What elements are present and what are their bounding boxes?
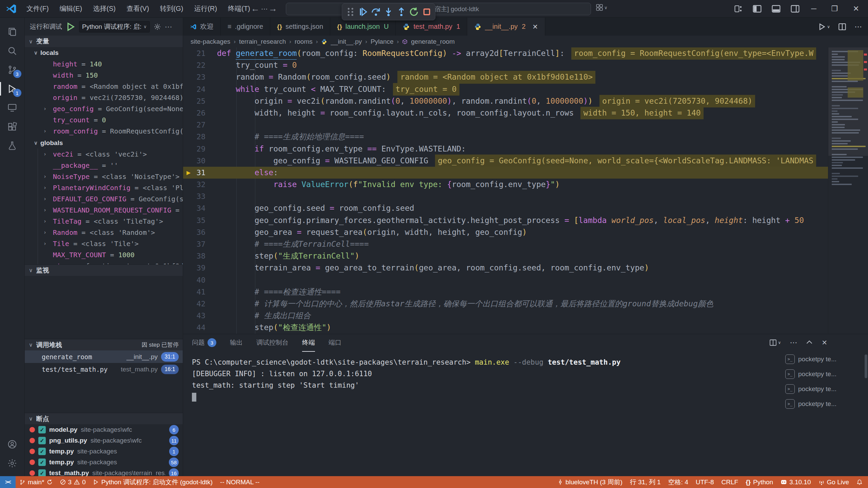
panel-scrollbar[interactable] — [865, 354, 867, 378]
tab-settings-json[interactable]: {} settings.json — [270, 18, 330, 36]
close-panel-icon[interactable]: ✕ — [822, 339, 827, 347]
source-control-icon[interactable]: 3 — [0, 60, 25, 79]
code-line-35[interactable]: 35 geo_config.primary_forces.geothermal_… — [183, 215, 868, 226]
code-line-28[interactable]: 28 # ====生成初始地理信息==== — [183, 131, 868, 143]
git-branch-item[interactable]: main* — [16, 476, 56, 488]
line-number[interactable]: 40 — [183, 274, 217, 286]
code-line-24[interactable]: 24 while try_count < MAX_TRY_COUNT:try_c… — [183, 83, 868, 95]
line-number[interactable]: 42 — [183, 298, 217, 310]
code-line-23[interactable]: 23 random = Random(room_config.seed)rand… — [183, 71, 868, 83]
code-line-31[interactable]: ▶31 else: — [183, 167, 868, 179]
sidebar-more-icon[interactable]: ··· — [165, 22, 172, 31]
variable-row[interactable]: ›DEFAULT_GEO_CONFIG = GeoConfig(seed=1… — [25, 193, 183, 204]
line-number[interactable]: 44 — [183, 322, 217, 333]
callstack-frame[interactable]: generate_room__init__.py31:1 — [25, 350, 183, 363]
extensions-icon[interactable] — [0, 117, 25, 136]
nav-forward-icon[interactable]: → — [269, 3, 277, 14]
variable-row[interactable]: origin = vec2i(7205730, 9024468) — [25, 92, 183, 103]
code-line-40[interactable]: 40 — [183, 274, 868, 286]
panel-tab-output[interactable]: 输出 — [230, 334, 243, 352]
accounts-icon[interactable] — [0, 435, 25, 454]
debug-gear-icon[interactable] — [153, 23, 161, 31]
line-number[interactable]: 21 — [183, 47, 217, 59]
panel-more-icon[interactable]: ⋯ — [790, 338, 797, 347]
variable-row[interactable]: random = <Random object at 0x1bf9d01e… — [25, 81, 183, 92]
variable-row[interactable]: __package__ = '' — [25, 160, 183, 171]
callstack-frame[interactable]: test/test_math.pytest_math.py16:1 — [25, 363, 183, 375]
panel-tab-debug-console[interactable]: 调试控制台 — [256, 334, 289, 352]
line-number[interactable]: 38 — [183, 250, 217, 262]
tab-init-py[interactable]: __init__.py2 ✕ — [467, 18, 545, 36]
toggle-secondary-sidebar-icon[interactable] — [791, 4, 800, 13]
line-number[interactable]: 35 — [183, 215, 217, 226]
breakpoint-row[interactable]: ✓temp.pysite-packages58 — [25, 457, 183, 468]
close-window-icon[interactable]: ✕ — [853, 4, 859, 13]
expand-icon[interactable]: › — [43, 241, 53, 247]
expand-icon[interactable]: › — [43, 207, 53, 213]
maximize-panel-icon[interactable] — [806, 339, 813, 346]
code-line-36[interactable]: 36 geo_area = request_area(origin, width… — [183, 226, 868, 238]
code-line-41[interactable]: 41 # ====检查连通性==== — [183, 286, 868, 298]
minimap[interactable] — [828, 47, 868, 334]
variable-row[interactable]: ›geo_config = GeoConfig(seed=None, wor… — [25, 103, 183, 114]
line-number[interactable]: 36 — [183, 226, 217, 238]
breakpoint-checkbox[interactable]: ✓ — [38, 426, 46, 433]
line-number[interactable]: 30 — [183, 155, 217, 167]
split-editor-icon[interactable] — [838, 23, 846, 31]
line-number[interactable]: 23 — [183, 71, 217, 83]
code-line-25[interactable]: 25 origin = vec2i(random.randint(0, 1000… — [183, 95, 868, 107]
vim-mode-item[interactable]: -- NORMAL -- — [216, 476, 263, 488]
terminal-instance[interactable]: >_pocketpy te... — [785, 384, 863, 394]
variable-row[interactable]: ›Random = <class 'Random'> — [25, 227, 183, 238]
watch-header[interactable]: ∨监视 — [25, 264, 183, 276]
code-line-26[interactable]: 26 width, height = room_config.layout.n_… — [183, 107, 868, 119]
breadcrumb-item[interactable]: Pylance — [371, 38, 394, 45]
breakpoint-row[interactable]: ✓png_utils.pysite-packages\wfc11 — [25, 435, 183, 446]
line-number[interactable]: 22 — [183, 59, 217, 71]
code-line-39[interactable]: 39 terrain_area = geo_area_to_terrain(ge… — [183, 262, 868, 274]
start-debug-icon[interactable] — [65, 22, 76, 32]
terminal-instance[interactable]: >_pocketpy te... — [785, 369, 863, 379]
debug-step-out-icon[interactable] — [396, 6, 406, 17]
line-number[interactable]: 34 — [183, 202, 217, 214]
command-center-search[interactable]: [扩展开发宿主] godot-ldtk — [286, 3, 591, 15]
code-line-37[interactable]: 37 # ====生成TerrainCell==== — [183, 238, 868, 250]
code-line-32[interactable]: 32 raise ValueError(f"Invalid env type: … — [183, 179, 868, 190]
toggle-panel-icon[interactable] — [772, 4, 781, 13]
variable-row[interactable]: MAX_TRY_COUNT = 1000 — [25, 249, 183, 260]
expand-icon[interactable]: › — [43, 151, 53, 157]
cursor-position-item[interactable]: 行 31, 列 1 — [626, 476, 665, 488]
run-debug-icon[interactable]: 1 — [0, 79, 25, 98]
panel-tab-ports[interactable]: 端口 — [329, 334, 341, 352]
code-line-29[interactable]: 29 if room_config.env_type == EnvType.WA… — [183, 143, 868, 155]
breadcrumb-item[interactable]: terrain_research — [239, 38, 286, 45]
breadcrumb-item[interactable]: __init__.py — [331, 38, 362, 45]
expand-icon[interactable]: › — [43, 229, 53, 236]
git-blame-item[interactable]: blueloveTH (3 周前) — [554, 476, 626, 488]
variable-row[interactable]: ›WASTELAND_ROOM_REQUEST_CONFIG = RoomR… — [25, 204, 183, 216]
minimize-icon[interactable]: ─ — [811, 4, 816, 13]
variable-row[interactable]: step = <function step at 0x1bf8d716d — [25, 260, 183, 264]
line-number[interactable]: 39 — [183, 262, 217, 274]
breadcrumb-item[interactable]: site-packages — [191, 38, 230, 45]
debug-step-into-icon[interactable] — [383, 6, 393, 17]
variables-header[interactable]: ∨变量 — [25, 36, 183, 47]
toggle-sidebar-icon[interactable] — [753, 4, 762, 13]
expand-icon[interactable]: › — [43, 174, 53, 180]
expand-icon[interactable]: › — [43, 185, 53, 191]
debug-config-item[interactable]: Python 调试程序: 启动文件 (godot-ldtk) — [90, 476, 216, 488]
terminal-instance[interactable]: >_pocketpy te... — [785, 399, 863, 409]
variable-row[interactable]: ›vec2i = <class 'vec2i'> — [25, 148, 183, 160]
locals-scope[interactable]: ∨locals — [25, 47, 183, 58]
globals-scope[interactable]: ∨globals — [25, 137, 183, 148]
line-number[interactable]: 43 — [183, 310, 217, 322]
callstack-header[interactable]: ∨调用堆栈 因 step 已暂停 — [25, 339, 183, 350]
explorer-icon[interactable] — [0, 22, 25, 41]
line-number[interactable]: 24 — [183, 83, 217, 95]
breakpoint-row[interactable]: ✓test_math.pysite-packages\terrain_res..… — [25, 468, 183, 476]
panel-tab-terminal[interactable]: 终端 — [302, 334, 315, 352]
line-number[interactable]: 29 — [183, 143, 217, 155]
code-line-33[interactable]: 33 — [183, 190, 868, 202]
code-line-44[interactable]: 44 step("检查连通性") — [183, 322, 868, 333]
drag-handle-icon[interactable] — [346, 6, 355, 17]
